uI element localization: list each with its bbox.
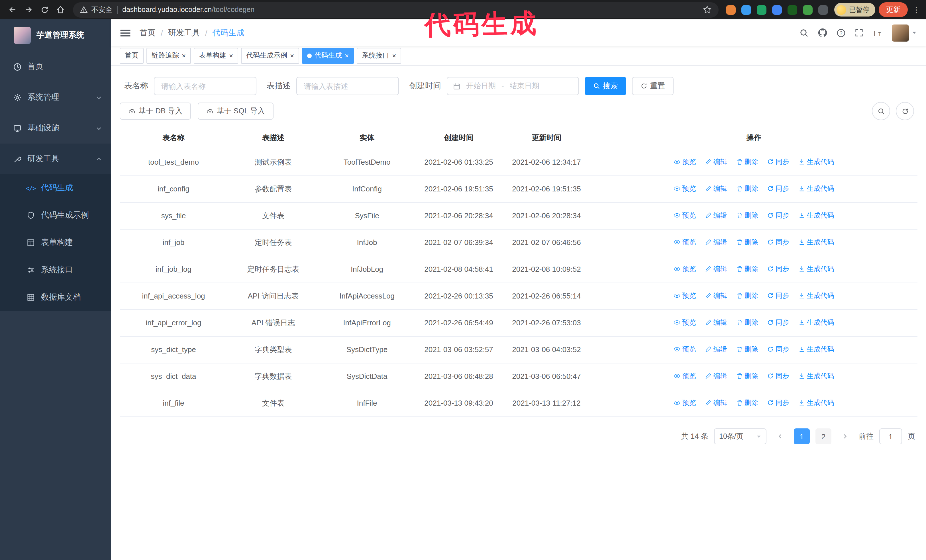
font-size-icon[interactable]: TT [872,29,883,37]
tab-system-api[interactable]: 系统接口× [357,48,401,63]
page-button-2[interactable]: 2 [816,429,831,444]
delete-link[interactable]: 删除 [736,263,758,275]
sidebar-item-home[interactable]: 首页 [0,51,111,82]
search-icon[interactable] [799,28,809,37]
preview-link[interactable]: 预览 [674,344,696,355]
github-icon[interactable] [818,28,828,38]
close-icon[interactable]: × [182,52,186,59]
close-icon[interactable]: × [345,52,349,59]
extension-icon[interactable] [757,5,766,15]
sync-link[interactable]: 同步 [767,183,789,194]
fullscreen-icon[interactable] [855,29,863,37]
delete-link[interactable]: 删除 [736,370,758,382]
preview-link[interactable]: 预览 [674,263,696,275]
delete-link[interactable]: 删除 [736,183,758,194]
tab-tracing[interactable]: 链路追踪× [147,48,191,63]
extension-icon[interactable] [741,5,751,15]
breadcrumb-devtools[interactable]: 研发工具 [168,28,200,38]
close-icon[interactable]: × [392,52,396,59]
table-name-input[interactable] [154,77,256,95]
delete-link[interactable]: 删除 [736,236,758,248]
sync-link[interactable]: 同步 [767,236,789,248]
edit-link[interactable]: 编辑 [705,370,727,382]
extension-icon[interactable] [803,5,813,15]
tab-codegen-example[interactable]: 代码生成示例× [241,48,299,63]
collapse-sidebar-icon[interactable] [120,29,130,36]
generate-code-link[interactable]: 生成代码 [798,317,834,328]
star-icon[interactable] [703,5,712,14]
preview-link[interactable]: 预览 [674,236,696,248]
sidebar-item-system-api[interactable]: 系统接口 [0,257,111,284]
forward-icon[interactable] [21,2,36,18]
preview-link[interactable]: 预览 [674,183,696,194]
sync-link[interactable]: 同步 [767,210,789,221]
sidebar-item-codegen[interactable]: </> 代码生成 [0,174,111,202]
generate-code-link[interactable]: 生成代码 [798,236,834,248]
reload-icon[interactable] [36,2,53,18]
sidebar-item-devtools[interactable]: 研发工具 [0,143,111,174]
user-menu[interactable] [892,24,917,41]
help-icon[interactable]: ? [837,28,846,37]
edit-link[interactable]: 编辑 [705,236,727,248]
generate-code-link[interactable]: 生成代码 [798,183,834,194]
sync-link[interactable]: 同步 [767,397,789,409]
refresh-table-button[interactable] [896,102,914,120]
extension-icon[interactable] [772,5,782,15]
breadcrumb-home[interactable]: 首页 [139,28,156,38]
preview-link[interactable]: 预览 [674,156,696,168]
generate-code-link[interactable]: 生成代码 [798,370,834,382]
date-range-picker[interactable]: 开始日期 - 结束日期 [447,77,579,95]
delete-link[interactable]: 删除 [736,317,758,328]
toggle-search-button[interactable] [872,102,890,120]
preview-link[interactable]: 预览 [674,397,696,409]
security-chip[interactable]: 不安全 [80,5,112,15]
page-size-select[interactable]: 10条/页 [714,429,766,444]
sidebar-item-infra[interactable]: 基础设施 [0,113,111,143]
sidebar-item-system[interactable]: 系统管理 [0,82,111,113]
generate-code-link[interactable]: 生成代码 [798,290,834,301]
edit-link[interactable]: 编辑 [705,290,727,301]
reset-button[interactable]: 重置 [632,77,673,95]
preview-link[interactable]: 预览 [674,210,696,221]
sync-link[interactable]: 同步 [767,156,789,168]
delete-link[interactable]: 删除 [736,397,758,409]
paused-badge[interactable]: 已暂停 [834,3,875,17]
generate-code-link[interactable]: 生成代码 [798,344,834,355]
sync-link[interactable]: 同步 [767,317,789,328]
tab-home[interactable]: 首页 [120,48,144,63]
sync-link[interactable]: 同步 [767,263,789,275]
sync-link[interactable]: 同步 [767,290,789,301]
back-icon[interactable] [5,2,21,18]
delete-link[interactable]: 删除 [736,156,758,168]
extension-icon[interactable] [818,5,828,15]
address-bar[interactable]: 不安全 dashboard.yudao.iocoder.cn/tool/code… [73,2,719,17]
sidebar-item-db-doc[interactable]: 数据库文档 [0,284,111,311]
edit-link[interactable]: 编辑 [705,263,727,275]
goto-page-input[interactable] [879,429,902,444]
edit-link[interactable]: 编辑 [705,397,727,409]
preview-link[interactable]: 预览 [674,370,696,382]
edit-link[interactable]: 编辑 [705,156,727,168]
search-button[interactable]: 搜索 [585,77,626,95]
sync-link[interactable]: 同步 [767,344,789,355]
import-db-button[interactable]: 基于 DB 导入 [120,103,191,120]
generate-code-link[interactable]: 生成代码 [798,263,834,275]
preview-link[interactable]: 预览 [674,317,696,328]
update-button[interactable]: 更新 [879,2,908,17]
close-icon[interactable]: × [229,52,233,59]
sync-link[interactable]: 同步 [767,370,789,382]
sidebar-item-codegen-example[interactable]: 代码生成示例 [0,202,111,229]
tab-codegen[interactable]: 代码生成× [302,48,354,63]
app-logo[interactable]: 芋道管理系统 [0,20,111,51]
generate-code-link[interactable]: 生成代码 [798,397,834,409]
generate-code-link[interactable]: 生成代码 [798,210,834,221]
import-sql-button[interactable]: 基于 SQL 导入 [198,103,274,120]
delete-link[interactable]: 删除 [736,344,758,355]
edit-link[interactable]: 编辑 [705,183,727,194]
table-desc-input[interactable] [296,77,399,95]
delete-link[interactable]: 删除 [736,290,758,301]
generate-code-link[interactable]: 生成代码 [798,156,834,168]
preview-link[interactable]: 预览 [674,290,696,301]
edit-link[interactable]: 编辑 [705,317,727,328]
delete-link[interactable]: 删除 [736,210,758,221]
